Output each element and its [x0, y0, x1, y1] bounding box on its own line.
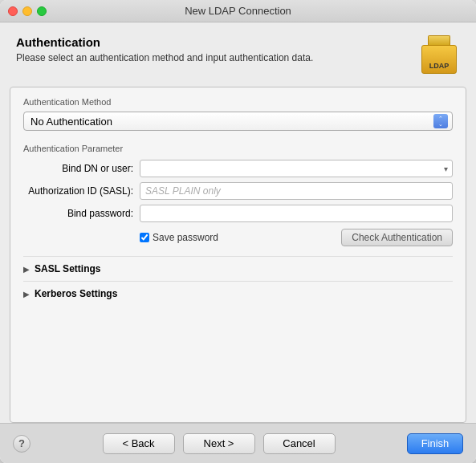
bind-pw-label: Bind password: — [23, 208, 140, 219]
save-password-text: Save password — [153, 232, 218, 243]
bind-pw-input[interactable] — [140, 205, 453, 222]
save-password-label[interactable]: Save password — [140, 232, 341, 243]
bind-pw-row: Bind password: — [23, 205, 453, 222]
page-description: Please select an authentication method a… — [16, 52, 313, 63]
header-text: Authentication Please select an authenti… — [16, 35, 313, 63]
actions-row: Save password Check Authentication — [23, 229, 453, 246]
save-password-checkbox[interactable] — [140, 233, 149, 242]
bind-dn-select[interactable] — [140, 160, 453, 177]
sasl-header[interactable]: ▶ SASL Settings — [23, 262, 453, 276]
ldap-icon-body — [421, 45, 457, 74]
finish-button[interactable]: Finish — [407, 433, 463, 454]
sasl-section: ▶ SASL Settings — [23, 256, 453, 281]
auth-method-wrapper: No Authentication Simple SASL GSSAPI/Ker… — [23, 112, 453, 131]
kerberos-section: ▶ Kerberos Settings — [23, 281, 453, 306]
content-area: Authentication Please select an authenti… — [0, 22, 476, 463]
minimize-button[interactable] — [22, 6, 32, 16]
kerberos-arrow-icon: ▶ — [23, 290, 30, 299]
auth-id-label: Authorization ID (SASL): — [23, 185, 140, 197]
auth-param-label: Authentication Parameter — [23, 144, 453, 153]
header-area: Authentication Please select an authenti… — [0, 22, 476, 87]
window: New LDAP Connection Authentication Pleas… — [0, 0, 476, 463]
auth-param-section: Authentication Parameter Bind DN or user… — [23, 144, 453, 246]
maximize-button[interactable] — [37, 6, 47, 16]
auth-id-input[interactable] — [140, 182, 453, 200]
auth-method-select[interactable]: No Authentication Simple SASL GSSAPI/Ker… — [23, 112, 453, 131]
next-button[interactable]: Next > — [183, 433, 255, 454]
window-title: New LDAP Connection — [185, 5, 291, 17]
close-button[interactable] — [8, 6, 18, 16]
bind-dn-label: Bind DN or user: — [23, 163, 140, 174]
auth-id-row: Authorization ID (SASL): — [23, 182, 453, 200]
footer-left: ? — [13, 435, 31, 453]
kerberos-title: Kerberos Settings — [35, 288, 117, 299]
back-button[interactable]: < Back — [103, 433, 175, 454]
bind-dn-row: Bind DN or user: — [23, 160, 453, 177]
titlebar: New LDAP Connection — [0, 0, 476, 22]
check-auth-button[interactable]: Check Authentication — [341, 229, 453, 246]
cancel-button[interactable]: Cancel — [263, 433, 336, 454]
main-panel: Authentication Method No Authentication … — [10, 87, 466, 423]
footer-center: < Back Next > Cancel — [103, 433, 336, 454]
ldap-icon-top — [428, 35, 450, 45]
ldap-icon — [418, 35, 460, 77]
traffic-lights — [8, 6, 47, 16]
auth-method-label: Authentication Method — [23, 97, 453, 107]
bind-dn-dropdown — [140, 160, 453, 177]
kerberos-header[interactable]: ▶ Kerberos Settings — [23, 286, 453, 301]
page-title: Authentication — [16, 35, 313, 49]
footer: ? < Back Next > Cancel Finish — [0, 423, 476, 463]
sasl-arrow-icon: ▶ — [23, 265, 30, 274]
help-button[interactable]: ? — [13, 435, 31, 453]
sasl-title: SASL Settings — [35, 263, 100, 274]
